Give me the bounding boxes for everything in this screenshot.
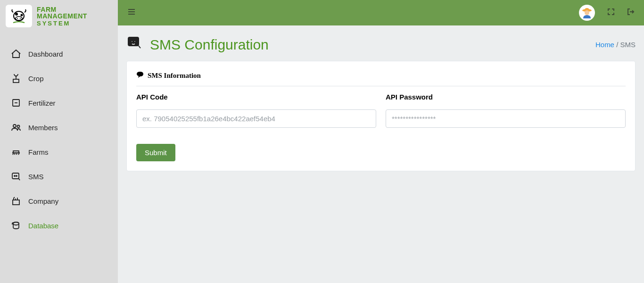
sidebar-item-farms[interactable]: Farms [0,140,118,164]
sidebar-item-members[interactable]: Members [0,115,118,140]
sidebar-item-label: Company [28,197,58,205]
form-row: API Code API Password [136,93,626,128]
svg-point-13 [16,175,17,176]
api-code-label: API Code [136,93,376,101]
api-code-col: API Code [136,93,376,128]
sidebar-item-dashboard[interactable]: Dashboard [0,42,118,66]
api-password-input[interactable] [386,109,626,128]
sidebar-item-label: Members [28,124,58,132]
svg-rect-14 [13,200,19,205]
sidebar-nav: Dashboard Crop Fertilizer Members Farms [0,42,118,238]
farms-icon [10,146,22,158]
dashboard-icon [10,48,22,59]
svg-point-3 [16,17,22,20]
menu-toggle-icon[interactable] [127,8,136,18]
breadcrumb-home[interactable]: Home [595,41,614,49]
sidebar-item-sms[interactable]: SMS [0,164,118,189]
logout-icon[interactable] [627,8,635,17]
farmer-avatar-icon [580,6,594,19]
fullscreen-icon[interactable] [607,8,615,17]
main: SMS Configuration Home / SMS SMS Informa… [118,0,644,283]
svg-point-5 [20,18,21,19]
svg-point-22 [131,41,133,42]
sidebar-item-company[interactable]: Company [0,189,118,213]
api-code-input[interactable] [136,109,376,128]
sidebar-item-label: Dashboard [28,50,63,58]
sidebar-item-label: SMS [28,173,44,181]
sms-icon [10,171,22,182]
svg-rect-6 [13,79,19,83]
company-icon [10,195,22,207]
api-password-col: API Password [386,93,626,128]
sidebar-item-database[interactable]: Database [0,213,118,238]
submit-button[interactable]: Submit [136,144,175,161]
page-title-text: SMS Configuration [150,37,269,53]
svg-point-20 [585,10,589,15]
page-title: SMS Configuration [126,35,269,54]
breadcrumb-current: SMS [620,41,636,49]
breadcrumb: Home / SMS [595,41,636,49]
brand-line1: FARM [37,6,87,13]
section-title-text: SMS Information [148,72,201,80]
brand: FARM MANAGEMENT SYSTEM [0,0,118,32]
svg-point-1 [15,13,18,16]
sidebar-item-crop[interactable]: Crop [0,66,118,91]
cow-icon [9,8,28,25]
fertilizer-icon [10,97,22,108]
svg-point-4 [17,18,18,19]
sidebar-item-fertilizer[interactable]: Fertilizer [0,91,118,115]
sidebar-item-label: Crop [28,75,44,83]
sms-config-card: SMS Information API Code API Password Su… [126,61,636,171]
card-section-title: SMS Information [136,71,626,86]
comment-icon [136,71,144,80]
svg-point-10 [17,125,20,128]
sidebar: FARM MANAGEMENT SYSTEM Dashboard Crop Fe… [0,0,118,283]
svg-point-9 [13,125,16,127]
sidebar-item-label: Farms [28,148,49,156]
topbar [118,0,644,25]
members-icon [10,122,22,133]
api-password-label: API Password [386,93,626,101]
content: SMS Configuration Home / SMS SMS Informa… [118,25,644,283]
user-avatar[interactable] [579,5,595,21]
svg-point-12 [14,175,15,176]
brand-line3: SYSTEM [37,20,87,26]
sms-page-icon [126,35,142,54]
sidebar-item-label: Database [28,222,58,230]
svg-point-23 [134,41,136,42]
database-icon [10,220,22,231]
page-header: SMS Configuration Home / SMS [126,32,636,61]
svg-point-2 [21,14,23,17]
brand-line2: MANAGEMENT [37,13,87,19]
sidebar-item-label: Fertilizer [28,99,56,107]
brand-logo [6,5,32,27]
brand-text: FARM MANAGEMENT SYSTEM [37,6,87,26]
crop-icon [10,73,22,84]
svg-point-15 [13,222,19,225]
svg-rect-11 [12,173,19,179]
